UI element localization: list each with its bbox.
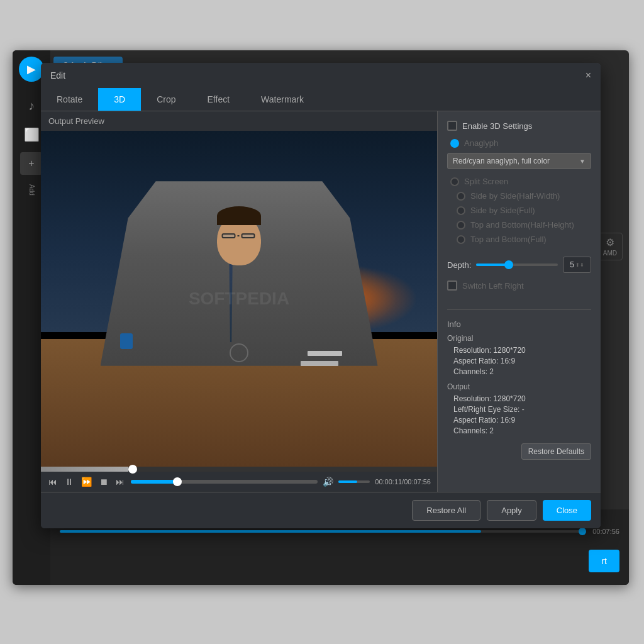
skip-to-start-button[interactable]: ⏮ [47,475,58,488]
video-cbs-logo [230,343,248,362]
enable-3d-label: Enable 3D Settings [462,121,532,131]
split-option-1-label: Side by Side(Half-Width) [470,191,560,201]
original-resolution-row: Resolution: 1280*720 [447,346,591,355]
output-channels-val: Channels: 2 [453,426,494,435]
time-code: 00:00:11/00:07:56 [375,478,431,486]
video-area: Output Preview [41,111,437,492]
tab-rotate[interactable]: Rotate [41,88,98,111]
divider-1 [447,309,591,310]
video-paper-2 [308,351,342,356]
split-option-2-row: Side by Side(Full) [453,206,591,215]
original-channels-row: Channels: 2 [447,367,591,376]
dialog-close-button[interactable]: × [586,70,591,81]
restore-defaults-button[interactable]: Restore Defaults [521,443,591,460]
dropdown-arrow-icon: ▼ [579,158,586,165]
split-options-section: Side by Side(Half-Width) Side by Side(Fu… [453,191,591,249]
split-option-2-radio[interactable] [457,206,465,215]
original-resolution-val: Resolution: 1280*720 [453,346,526,355]
depth-slider[interactable] [476,264,558,266]
progress-thumb [173,477,182,486]
dialog-footer: Restore All Apply Close [41,492,601,528]
original-aspect-row: Aspect Ratio: 16:9 [447,357,591,365]
output-section: Output Resolution: 1280*720 Left/Right E… [447,382,591,435]
info-title: Info [447,319,591,329]
video-frame: SOFTPEDIA [41,131,437,467]
tabs-bar: Rotate 3D Crop Effect Watermark [41,88,601,111]
video-content: SOFTPEDIA [41,131,437,467]
restore-all-button[interactable]: Restore All [412,500,480,521]
depth-value: 5 [570,260,574,269]
volume-icon: 🔊 [323,477,333,487]
output-lr-row: Left/Right Eye Size: - [447,405,591,414]
amd-label: AMD [603,250,617,257]
depth-spinner: ⬆⬇ [575,262,584,268]
split-screen-label: Split Screen [464,177,508,186]
original-aspect-val: Aspect Ratio: 16:9 [453,357,515,365]
convert-button[interactable]: rt [589,550,619,572]
split-option-4-radio[interactable] [457,235,465,244]
depth-row: Depth: 5 ⬆⬇ [447,257,591,273]
switch-left-right-row: Switch Left Right [447,280,591,291]
dialog-body: Output Preview [41,111,601,492]
play-pause-button[interactable]: ⏸ [64,475,75,488]
volume-bar[interactable] [338,480,370,483]
edit-dialog: Edit × Rotate 3D Crop Effect Watermark O… [41,63,601,528]
output-preview-label: Output Preview [41,111,437,131]
split-option-3-radio[interactable] [457,221,465,230]
original-group-title: Original [447,334,591,343]
output-aspect-row: Aspect Ratio: 16:9 [447,416,591,425]
depth-label: Depth: [447,260,471,270]
split-option-1-radio[interactable] [457,192,465,201]
dialog-titlebar: Edit × [41,63,601,88]
fast-forward-button[interactable]: ⏩ [80,475,93,488]
video-mug [120,333,133,349]
anaglyph-dropdown[interactable]: Red/cyan anaglyph, full color ▼ [447,153,591,169]
seek-fill [41,467,128,472]
sidebar-add-label: Add [28,184,35,196]
dialog-title: Edit [50,70,65,80]
sidebar-add-button[interactable]: + [20,152,43,175]
app-logo-icon: ▶ [19,57,44,82]
progress-bar[interactable] [131,480,318,484]
split-screen-radio[interactable] [450,177,459,186]
output-aspect-val: Aspect Ratio: 16:9 [453,416,515,425]
output-group-title: Output [447,382,591,391]
bg-time-display: 00:07:56 [592,528,619,535]
split-option-1-row: Side by Side(Half-Width) [453,191,591,201]
volume-fill [338,480,357,483]
sidebar-media-icon[interactable]: ♪ [20,94,43,117]
stop-button[interactable]: ⏹ [98,475,109,488]
seek-bar[interactable] [41,467,437,472]
split-option-4-row: Top and Bottom(Full) [453,235,591,244]
dropdown-value: Red/cyan anaglyph, full color [453,157,576,165]
progress-fill [131,480,177,484]
info-section: Info Original Resolution: 1280*720 Aspec… [447,319,591,437]
anaglyph-radio-row: Anaglyph [447,138,591,148]
switch-lr-checkbox[interactable] [447,280,457,291]
original-channels-val: Channels: 2 [453,367,494,376]
tab-watermark[interactable]: Watermark [245,88,319,111]
switch-lr-label: Switch Left Right [462,281,524,291]
enable-3d-checkbox[interactable] [447,121,457,131]
tab-effect[interactable]: Effect [192,88,246,111]
output-lr-val: Left/Right Eye Size: - [453,405,525,414]
skip-to-end-button[interactable]: ⏭ [114,475,126,488]
anaglyph-radio[interactable] [450,139,459,148]
depth-input[interactable]: 5 ⬆⬇ [563,257,591,273]
depth-thumb [504,260,513,269]
apply-button[interactable]: Apply [487,500,536,521]
split-option-2-label: Side by Side(Full) [470,206,535,215]
sidebar-video-icon[interactable]: ⬜ [20,123,43,146]
right-panel: Enable 3D Settings Anaglyph Red/cyan ana… [437,111,601,492]
settings-icon: ⚙ [606,236,614,248]
video-glasses [222,233,257,238]
output-resolution-row: Resolution: 1280*720 [447,394,591,403]
video-hair [217,206,261,225]
tab-3d[interactable]: 3D [98,88,141,111]
close-button[interactable]: Close [543,500,591,521]
tab-crop[interactable]: Crop [141,88,191,111]
output-resolution-val: Resolution: 1280*720 [453,394,526,403]
split-screen-radio-row: Split Screen [447,177,591,186]
split-option-3-label: Top and Bottom(Half-Height) [470,220,574,230]
seek-thumb[interactable] [128,465,137,474]
